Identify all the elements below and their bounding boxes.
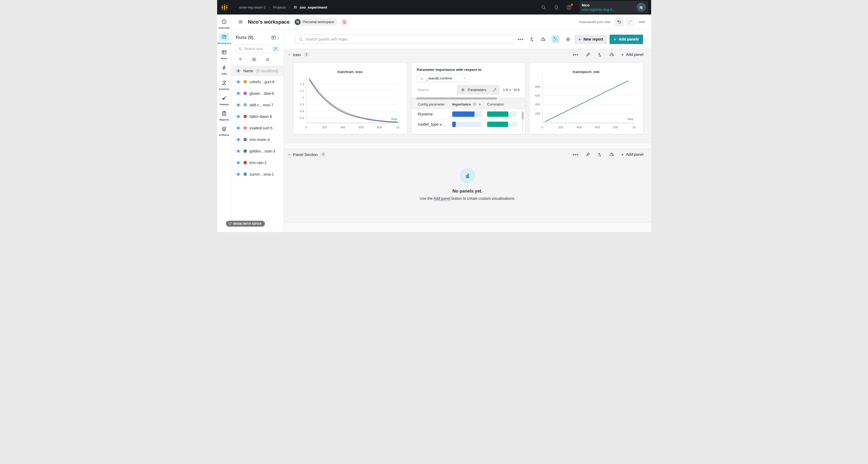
magic-wand-button[interactable]	[490, 85, 499, 94]
undo-button[interactable]	[615, 18, 624, 27]
horizontal-scrollbar[interactable]	[411, 97, 525, 99]
smoothing-iron-icon[interactable]	[609, 152, 614, 157]
visibility-eye-icon[interactable]	[236, 91, 241, 96]
column-correlation[interactable]: Correlation	[487, 102, 504, 106]
visibility-eye-icon[interactable]	[236, 103, 241, 108]
run-row[interactable]: summ…sma-1	[236, 168, 284, 180]
breadcrumb-projects[interactable]: Projects	[273, 5, 286, 9]
settings-gear-icon[interactable]	[565, 36, 571, 42]
visibility-eye-icon[interactable]	[236, 149, 241, 153]
rail-item-automations[interactable]: Automat.	[217, 79, 231, 90]
automations-icon	[219, 79, 229, 87]
regex-toggle-button[interactable]: .*	[272, 46, 278, 52]
breadcrumb: smle-reg-team-2 › Projects › zoo_experim…	[239, 5, 328, 10]
outliers-scatter-icon[interactable]	[552, 35, 560, 43]
visibility-eye-icon[interactable]	[236, 172, 241, 177]
add-panel-button[interactable]: + Add panel	[621, 52, 643, 57]
sort-icon[interactable]	[265, 57, 270, 62]
column-importance[interactable]: Importance	[452, 102, 487, 106]
x-axis-settings-icon[interactable]	[597, 152, 602, 157]
visibility-eye-icon[interactable]	[236, 114, 241, 119]
smoothing-iron-icon[interactable]	[609, 52, 614, 57]
config-parameter-name: Runtime	[418, 112, 452, 116]
panels-overflow-menu[interactable]: •••	[518, 37, 524, 41]
new-report-button[interactable]: + New report	[575, 35, 607, 44]
search-runs-placeholder: Search runs	[244, 47, 263, 51]
rail-item-overview[interactable]: Overview	[217, 18, 231, 29]
avatar[interactable]: N	[637, 3, 646, 12]
metric-select-dropdown[interactable]: _wandb.runtime	[417, 74, 469, 82]
panel-epoch-ndx[interactable]: train/epoch_ndx 200400600800020040060080…	[529, 63, 643, 134]
run-row[interactable]: wild-c…mos-7	[236, 99, 284, 111]
user-org-link[interactable]: smle-registries-bug-b...	[582, 8, 615, 11]
wandb-logo-icon[interactable]	[217, 4, 232, 11]
run-row[interactable]: trim-rain-2	[236, 157, 284, 168]
smoothing-iron-icon[interactable]	[540, 36, 546, 42]
run-row[interactable]: fallen-dawn-6	[236, 111, 284, 122]
collapse-sidebar-icon[interactable]	[238, 19, 243, 24]
help-icon[interactable]	[566, 5, 572, 10]
panel-train-loss[interactable]: train/train_loss 0.40.60.811.21.40200400…	[293, 63, 407, 134]
run-row[interactable]: golden…nset-3	[236, 145, 284, 157]
vertical-scrollbar[interactable]	[522, 111, 524, 132]
importance-table-row[interactable]: model_type.v…	[411, 119, 525, 129]
notifications-bell-icon[interactable]	[553, 5, 559, 10]
group-list-icon[interactable]	[251, 57, 256, 62]
run-name: fallen-dawn-6	[250, 114, 272, 119]
redo-button[interactable]	[625, 18, 634, 27]
clear-workspace-icon[interactable]	[341, 19, 348, 26]
visibility-eye-icon[interactable]	[236, 160, 241, 165]
visibility-eye-icon[interactable]	[236, 68, 241, 73]
search-icon[interactable]	[541, 5, 547, 10]
run-name: exalted-surf-5	[250, 126, 273, 130]
panels-toolbar: Search panels with regex •••	[284, 30, 651, 49]
chevron-down-icon[interactable]	[287, 152, 291, 156]
breadcrumb-project[interactable]: zoo_experiment	[293, 5, 327, 10]
rail-item-sweeps[interactable]: Sweeps	[217, 94, 231, 106]
search-runs-input[interactable]: Search runs .*	[236, 44, 280, 53]
rail-item-jobs[interactable]: Jobs	[217, 64, 231, 75]
section-title[interactable]: train	[293, 52, 301, 57]
gifox-badge: MADE WITH GIFOX	[226, 221, 265, 227]
importance-search-placeholder[interactable]: Search	[418, 88, 429, 92]
rail-item-artifacts[interactable]: Artifacts	[217, 125, 231, 137]
column-config-parameter[interactable]: Config parameter	[418, 102, 452, 106]
pin-section-icon[interactable]	[585, 152, 590, 157]
user-menu[interactable]: Nico smle-registries-bug-b... N	[580, 1, 648, 13]
run-row[interactable]: exalted-surf-5	[236, 122, 284, 134]
add-panels-button[interactable]: + Add panels	[610, 35, 643, 44]
rail-item-runs[interactable]: Runs	[217, 48, 231, 60]
rail-item-reports[interactable]: Reports	[217, 110, 231, 121]
correlation-bar	[487, 122, 517, 127]
pagination[interactable]: 1-9 ▾ of 9	[503, 88, 520, 92]
expand-runs-table-button[interactable]	[271, 35, 280, 40]
add-panel-link[interactable]: Add panel	[433, 196, 451, 201]
visibility-eye-icon[interactable]	[236, 80, 241, 84]
run-list-header[interactable]: Name (9 visualized)	[231, 66, 284, 76]
visibility-eye-icon[interactable]	[236, 126, 241, 130]
section-title[interactable]: Panel Section	[293, 152, 318, 157]
chevron-down-icon[interactable]	[287, 53, 291, 57]
filter-icon[interactable]	[238, 57, 243, 62]
run-row[interactable]: trim-moon-4	[236, 134, 284, 145]
section-overflow-menu[interactable]: •••	[573, 52, 579, 57]
top-navbar: smle-reg-team-2 › Projects › zoo_experim…	[217, 0, 651, 14]
visibility-eye-icon[interactable]	[236, 137, 241, 142]
empty-state: No panels yet. Use the Add panel button …	[284, 168, 651, 201]
parameters-manager-button[interactable]: Parameters	[457, 85, 490, 94]
pagination-range[interactable]: 1-9	[503, 88, 508, 92]
x-axis-settings-icon[interactable]	[529, 36, 535, 42]
search-panels-input[interactable]: Search panels with regex	[295, 35, 514, 44]
workspace-badge[interactable]: N Personal workspace	[294, 18, 338, 26]
pin-section-icon[interactable]	[585, 52, 590, 57]
add-panel-button[interactable]: + Add panel	[621, 152, 643, 157]
header-overflow-menu[interactable]: •••	[639, 20, 645, 24]
panel-parameter-importance[interactable]: Parameter importance with respect to _wa…	[411, 63, 525, 134]
breadcrumb-team[interactable]: smle-reg-team-2	[239, 5, 266, 9]
rail-item-workspace[interactable]: Workspace	[217, 33, 231, 45]
run-row[interactable]: colorfu…gurt-9	[236, 76, 284, 88]
importance-table-row[interactable]: Runtime	[411, 109, 525, 119]
run-row[interactable]: glowin…dow-8	[236, 88, 284, 99]
section-overflow-menu[interactable]: •••	[573, 152, 579, 157]
x-axis-settings-icon[interactable]	[597, 52, 602, 57]
